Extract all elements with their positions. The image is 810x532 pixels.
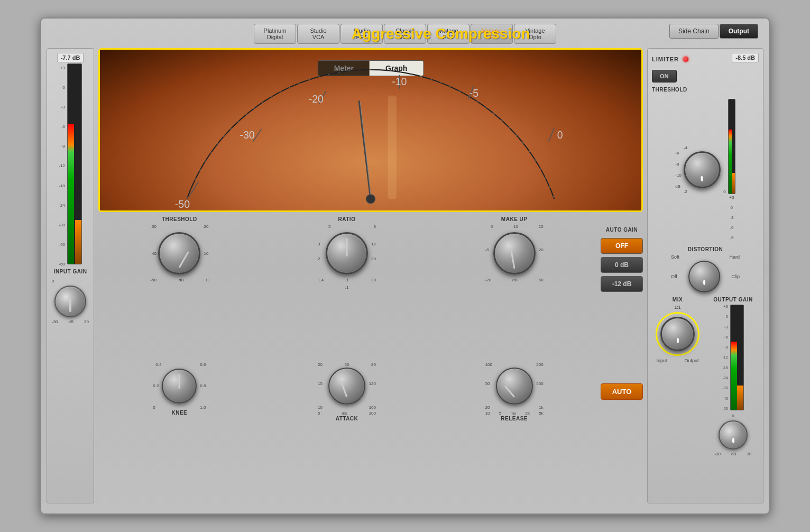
- preset-vintage-opto[interactable]: VintageOpto: [514, 24, 556, 44]
- ratio-knob[interactable]: [326, 232, 368, 274]
- main-layout: -7.7 dB +3 0 -3 -6 -9 -12 -18 -24 -30 -4…: [47, 48, 763, 503]
- output-gain-col: OUTPUT GAIN +3 0 -3 -6 -9 -12 -18 -24 -: [707, 297, 759, 456]
- release-control: 100 200 50 500 20: [433, 362, 595, 504]
- plugin-container: PlatinumDigital StudioVCA StudioFET Clas…: [40, 17, 770, 515]
- distortion-section: DISTORTION Soft Hard Off Clip: [652, 246, 759, 292]
- output-gain-knob[interactable]: [719, 420, 748, 450]
- release-knob[interactable]: [496, 368, 533, 405]
- controls-row1: THRESHOLD -30 -20 -40 -10: [98, 216, 643, 358]
- threshold-control: THRESHOLD -30 -20 -40 -10: [98, 216, 261, 358]
- preset-vintage-fet[interactable]: VintageFET: [427, 24, 470, 44]
- center-section: Meter Graph -50 -30: [98, 48, 643, 503]
- presets-bar: PlatinumDigital StudioVCA StudioFET Clas…: [47, 24, 763, 44]
- svg-text:0: 0: [557, 129, 563, 141]
- ratio-control: RATIO 5 8 3 12 2: [266, 216, 428, 358]
- svg-text:-10: -10: [392, 76, 407, 87]
- mix-col: MIX 1:1 Input Output: [652, 297, 703, 363]
- knee-label: KNEE: [171, 410, 187, 416]
- preset-platinum-digital[interactable]: PlatinumDigital: [254, 24, 296, 44]
- meter-display: Meter Graph -50 -30: [98, 48, 643, 212]
- preset-classic-vca[interactable]: ClassicVCA: [384, 24, 426, 44]
- auto-gain-label: AUTO GAIN: [606, 227, 638, 233]
- makeup-control: MAKE UP 5 10 15 -5 20: [433, 216, 595, 358]
- svg-text:-5: -5: [470, 87, 479, 99]
- auto-gain-0db-btn[interactable]: 0 dB: [601, 257, 643, 273]
- release-label: RELEASE: [501, 416, 528, 421]
- sidechain-output-buttons: Side Chain Output: [669, 24, 758, 39]
- output-gain-label: OUTPUT GAIN: [713, 297, 752, 302]
- auto-button[interactable]: AUTO: [601, 383, 643, 400]
- svg-line-13: [360, 103, 371, 199]
- mix-output-row: MIX 1:1 Input Output OUTPUT GAIN: [652, 297, 759, 456]
- mix-label: MIX: [673, 297, 683, 302]
- makeup-knob[interactable]: [493, 232, 536, 274]
- distortion-knob[interactable]: [688, 261, 720, 292]
- controls-row2: 0.4 0.6 0.2 0.8 0: [98, 362, 643, 504]
- limiter-on-button[interactable]: ON: [652, 70, 677, 82]
- auto-gain-off-btn[interactable]: OFF: [601, 238, 643, 254]
- sidechain-button[interactable]: Side Chain: [669, 24, 719, 39]
- input-gain-knob[interactable]: [54, 286, 86, 317]
- auto-btn-area: AUTO: [601, 362, 643, 504]
- right-section: LIMITER -8.5 dB ON THRESHOLD -6 -8 -10 d…: [647, 48, 763, 503]
- output-button[interactable]: Output: [720, 24, 758, 39]
- knee-knob[interactable]: [162, 369, 197, 403]
- svg-line-10: [549, 128, 555, 142]
- preset-studio-fet[interactable]: StudioFET: [340, 24, 383, 44]
- meter-display-inner: Meter Graph -50 -30: [100, 50, 641, 210]
- knee-control: 0.4 0.6 0.2 0.8 0: [98, 362, 261, 504]
- limiter-threshold-knob[interactable]: [684, 151, 721, 188]
- svg-point-14: [366, 195, 375, 204]
- input-gain-label: INPUT GAIN: [54, 269, 87, 274]
- mix-knob-circle: [656, 312, 699, 356]
- preset-vintage-fet-active[interactable]: VintageFET: [471, 24, 513, 44]
- output-gain-display: -8.5 dB: [732, 53, 759, 62]
- auto-gain-section: AUTO GAIN OFF 0 dB -12 dB: [601, 216, 643, 358]
- svg-text:-30: -30: [240, 129, 254, 141]
- attack-label: ATTACK: [336, 416, 358, 421]
- preset-studio-vca[interactable]: StudioVCA: [297, 24, 339, 44]
- limiter-threshold-label: THRESHOLD: [652, 87, 759, 93]
- threshold-knob[interactable]: [158, 232, 200, 274]
- svg-text:-20: -20: [309, 93, 324, 105]
- input-gain-display: -7.7 dB: [57, 53, 84, 62]
- attack-control: 20 50 80 15 120: [266, 362, 428, 504]
- limiter-label: LIMITER: [652, 56, 679, 62]
- ratio-label: RATIO: [338, 216, 356, 222]
- threshold-label: THRESHOLD: [162, 216, 197, 222]
- input-gain-section: -7.7 dB +3 0 -3 -6 -9 -12 -18 -24 -30 -4…: [47, 48, 94, 503]
- limiter-row: LIMITER: [652, 56, 688, 62]
- input-meter-left: [67, 63, 82, 264]
- mix-knob[interactable]: [660, 317, 695, 351]
- auto-gain-minus12-btn[interactable]: -12 dB: [601, 276, 643, 292]
- distortion-label: DISTORTION: [688, 246, 723, 252]
- attack-knob[interactable]: [328, 368, 365, 405]
- svg-line-12: [359, 102, 371, 199]
- svg-rect-15: [388, 96, 397, 199]
- svg-text:-50: -50: [175, 198, 190, 210]
- makeup-label: MAKE UP: [501, 216, 528, 222]
- limiter-led: [683, 57, 688, 62]
